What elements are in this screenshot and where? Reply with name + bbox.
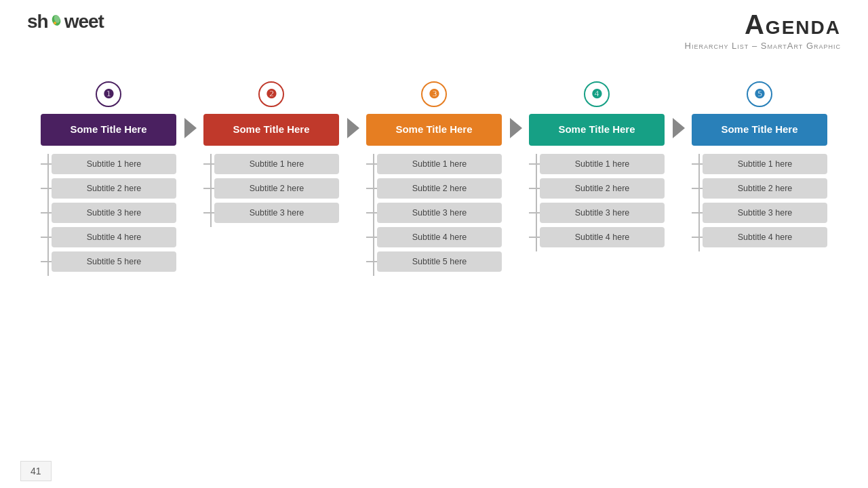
number-badge-5: ❺ <box>747 81 772 107</box>
subtitle-item: Subtitle 4 here <box>366 227 502 247</box>
subtitle-item: Subtitle 3 here <box>692 203 827 223</box>
subtitles-5: Subtitle 1 hereSubtitle 2 hereSubtitle 3… <box>692 154 827 251</box>
subtitle-item: Subtitle 3 here <box>366 203 502 223</box>
subtitle-box: Subtitle 3 here <box>703 203 827 223</box>
number-badge-2: ❷ <box>258 81 284 107</box>
logo: sh weet <box>27 11 104 33</box>
subtitle-box: Subtitle 3 here <box>52 203 176 223</box>
subtitle-item: Subtitle 4 here <box>529 227 665 247</box>
subtitle-item: Subtitle 3 here <box>203 203 339 223</box>
column-2: ❷Some Title HereSubtitle 1 hereSubtitle … <box>190 81 353 227</box>
subtitle-box: Subtitle 2 here <box>540 178 665 199</box>
page-subtitle: Hierarchy List – SmartArt Graphic <box>685 41 841 51</box>
subtitle-box: Subtitle 3 here <box>377 203 502 223</box>
arrow-icon-2 <box>347 118 366 138</box>
svg-marker-5 <box>510 118 522 138</box>
page-number: 41 <box>20 461 52 481</box>
subtitle-box: Subtitle 4 here <box>377 227 502 247</box>
subtitle-box: Subtitle 4 here <box>52 227 176 247</box>
header: sh weet Agenda Hierarchy List – SmartArt… <box>0 0 868 51</box>
subtitle-item: Subtitle 2 here <box>366 178 502 199</box>
title-box-5: Some Title Here <box>692 114 827 146</box>
subtitle-item: Subtitle 1 here <box>41 154 176 174</box>
subtitle-item: Subtitle 2 here <box>692 178 827 199</box>
subtitle-item: Subtitle 1 here <box>529 154 665 174</box>
subtitle-item: Subtitle 4 here <box>692 227 827 247</box>
subtitles-2: Subtitle 1 hereSubtitle 2 hereSubtitle 3… <box>203 154 339 227</box>
logo-text-right: weet <box>64 11 104 33</box>
column-5: ❺Some Title HereSubtitle 1 hereSubtitle … <box>678 81 841 251</box>
title-block: Agenda Hierarchy List – SmartArt Graphic <box>685 11 841 51</box>
subtitle-item: Subtitle 3 here <box>41 203 176 223</box>
subtitle-box: Subtitle 4 here <box>703 227 827 247</box>
number-badge-4: ❹ <box>584 81 610 107</box>
title-box-2: Some Title Here <box>203 114 339 146</box>
arrow-icon-1 <box>184 118 203 138</box>
subtitle-item: Subtitle 4 here <box>41 227 176 247</box>
subtitle-box: Subtitle 5 here <box>52 251 176 272</box>
column-4: ❹Some Title HereSubtitle 1 hereSubtitle … <box>515 81 678 251</box>
title-box-3: Some Title Here <box>366 114 502 146</box>
subtitle-item: Subtitle 2 here <box>529 178 665 199</box>
subtitles-3: Subtitle 1 hereSubtitle 2 hereSubtitle 3… <box>366 154 502 276</box>
subtitle-box: Subtitle 3 here <box>214 203 339 223</box>
subtitle-item: Subtitle 5 here <box>41 251 176 272</box>
subtitle-item: Subtitle 1 here <box>366 154 502 174</box>
svg-marker-4 <box>347 118 359 138</box>
svg-marker-6 <box>673 118 685 138</box>
logo-leaf-icon <box>50 14 62 26</box>
subtitle-box: Subtitle 4 here <box>540 227 665 247</box>
number-badge-1: ❶ <box>96 81 121 107</box>
subtitle-box: Subtitle 1 here <box>214 154 339 174</box>
arrow-icon-3 <box>510 118 529 138</box>
subtitle-box: Subtitle 5 here <box>377 251 502 272</box>
svg-point-2 <box>54 22 56 24</box>
subtitle-item: Subtitle 1 here <box>203 154 339 174</box>
title-box-4: Some Title Here <box>529 114 665 146</box>
title-box-1: Some Title Here <box>41 114 176 146</box>
logo-text: sh <box>27 11 48 33</box>
subtitle-box: Subtitle 2 here <box>52 178 176 199</box>
arrow-icon-4 <box>673 118 692 138</box>
svg-marker-3 <box>184 118 197 138</box>
subtitle-item: Subtitle 2 here <box>203 178 339 199</box>
number-badge-3: ❸ <box>421 81 447 107</box>
subtitle-item: Subtitle 2 here <box>41 178 176 199</box>
column-3: ❸Some Title HereSubtitle 1 hereSubtitle … <box>353 81 515 276</box>
page-title: Agenda <box>685 11 841 38</box>
subtitle-box: Subtitle 1 here <box>52 154 176 174</box>
diagram-content: ❶Some Title HereSubtitle 1 hereSubtitle … <box>27 81 841 447</box>
subtitle-item: Subtitle 5 here <box>366 251 502 272</box>
subtitle-box: Subtitle 2 here <box>214 178 339 199</box>
column-1: ❶Some Title HereSubtitle 1 hereSubtitle … <box>27 81 190 276</box>
subtitles-4: Subtitle 1 hereSubtitle 2 hereSubtitle 3… <box>529 154 665 251</box>
subtitle-item: Subtitle 3 here <box>529 203 665 223</box>
subtitle-box: Subtitle 1 here <box>703 154 827 174</box>
subtitle-box: Subtitle 3 here <box>540 203 665 223</box>
subtitle-box: Subtitle 2 here <box>703 178 827 199</box>
subtitle-box: Subtitle 2 here <box>377 178 502 199</box>
subtitle-box: Subtitle 1 here <box>377 154 502 174</box>
subtitle-item: Subtitle 1 here <box>692 154 827 174</box>
subtitles-1: Subtitle 1 hereSubtitle 2 hereSubtitle 3… <box>41 154 176 276</box>
subtitle-box: Subtitle 1 here <box>540 154 665 174</box>
